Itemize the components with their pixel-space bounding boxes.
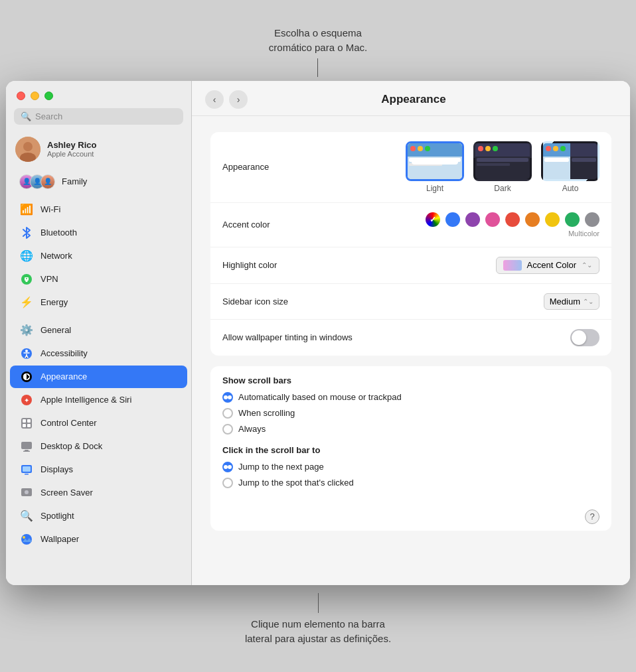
sidebar-item-label-displays: Displays [40, 464, 73, 474]
sidebar-item-displays[interactable]: Displays [10, 458, 187, 481]
svg-point-27 [21, 534, 32, 545]
svg-point-48 [546, 146, 551, 151]
zoom-button[interactable] [44, 92, 53, 100]
sidebar-item-energy[interactable]: ⚡ Energy [10, 291, 187, 314]
wallpaper-tinting-value [368, 329, 599, 346]
accent-color-label: Accent color [222, 220, 368, 230]
scroll-always-option[interactable]: Always [222, 424, 599, 435]
help-button[interactable]: ? [585, 509, 599, 524]
sidebar-item-wallpaper[interactable]: Wallpaper [10, 528, 187, 551]
scroll-auto-option[interactable]: Automatically based on mouse or trackpad [222, 392, 599, 403]
sidebar-item-siri[interactable]: ✦ Apple Intelligence & Siri [10, 389, 187, 411]
sidebar-item-accessibility[interactable]: Accessibility [10, 342, 187, 365]
svg-point-41 [485, 146, 491, 151]
click-next-page-radio[interactable] [222, 462, 233, 472]
scroll-scrolling-radio[interactable] [222, 408, 233, 419]
accent-red[interactable] [505, 212, 520, 227]
mode-card-light[interactable]: Light [406, 141, 464, 193]
sidebar-section-system: ⚙️ General Accessibility [6, 318, 191, 551]
sidebar-icon-size-button[interactable]: Medium ⌃⌄ [544, 293, 599, 310]
displays-icon [19, 462, 34, 477]
click-spot-radio[interactable] [222, 478, 233, 488]
highlight-color-value[interactable]: Accent Color ⌃⌄ [368, 257, 599, 274]
family-avatar-3: 👤 [40, 174, 55, 189]
sidebar-icon-size-label: Sidebar icon size [222, 297, 368, 306]
sidebar: 🔍 Ashley Rico Apple Account 👤 👤 [6, 81, 192, 585]
search-input[interactable] [35, 111, 177, 121]
svg-rect-15 [23, 419, 26, 423]
forward-button[interactable]: › [229, 90, 248, 109]
click-spot-option[interactable]: Jump to the spot that's clicked [222, 478, 599, 488]
svg-rect-24 [25, 474, 29, 475]
accent-graphite[interactable] [585, 212, 599, 227]
mode-label-dark: Dark [494, 184, 511, 193]
sidebar-item-label-general: General [40, 325, 71, 335]
svg-rect-18 [27, 424, 31, 427]
svg-rect-45 [570, 143, 597, 157]
svg-point-26 [25, 490, 29, 494]
click-next-page-option[interactable]: Jump to the next page [222, 462, 599, 472]
appearance-section: Appearance [210, 132, 611, 356]
svg-rect-31 [409, 158, 461, 162]
sidebar-item-label-screensaver: Screen Saver [40, 488, 93, 498]
sidebar-item-desktop[interactable]: Desktop & Dock [10, 435, 187, 458]
avatar [15, 137, 40, 162]
controlcenter-icon [19, 416, 34, 431]
mode-card-auto[interactable]: Auto [541, 141, 599, 193]
network-icon: 🌐 [19, 249, 34, 263]
user-profile[interactable]: Ashley Rico Apple Account [6, 131, 191, 167]
appearance-value: Light [368, 141, 599, 193]
mode-label-light: Light [426, 184, 443, 193]
scroll-click-title: Click in the scroll bar to [222, 445, 599, 455]
user-subtitle: Apple Account [47, 150, 96, 158]
sidebar-item-vpn[interactable]: VPN [10, 268, 187, 291]
callout-bottom: Clique num elemento na barra lateral par… [245, 593, 391, 647]
accent-pink[interactable] [485, 212, 500, 227]
sidebar-item-label-appearance: Appearance [40, 371, 87, 381]
scroll-auto-radio[interactable] [222, 392, 233, 403]
spotlight-icon: 🔍 [19, 509, 34, 523]
sidebar-icon-size-value: Medium ⌃⌄ [368, 293, 599, 310]
svg-point-8 [25, 350, 28, 352]
sidebar-item-label-siri: Apple Intelligence & Siri [40, 395, 131, 405]
back-button[interactable]: ‹ [205, 90, 224, 109]
scroll-scrolling-option[interactable]: When scrolling [222, 408, 599, 419]
sidebar-item-controlcenter[interactable]: Control Center [10, 412, 187, 435]
sidebar-item-bluetooth[interactable]: Bluetooth [10, 222, 187, 244]
siri-icon: ✦ [19, 393, 34, 407]
accent-orange[interactable] [525, 212, 540, 227]
svg-point-50 [560, 146, 566, 151]
accent-yellow[interactable] [545, 212, 560, 227]
sidebar-item-wifi[interactable]: 📶 Wi-Fi [10, 198, 187, 221]
mode-preview-light [406, 141, 464, 181]
highlight-color-button[interactable]: Accent Color ⌃⌄ [496, 257, 599, 274]
sidebar-item-family[interactable]: 👤 👤 👤 Family [10, 170, 187, 193]
sidebar-item-spotlight[interactable]: 🔍 Spotlight [10, 505, 187, 527]
sidebar-item-general[interactable]: ⚙️ General [10, 319, 187, 342]
sidebar-item-screensaver[interactable]: Screen Saver [10, 482, 187, 504]
svg-point-28 [23, 536, 25, 539]
wallpaper-tinting-toggle[interactable] [570, 329, 599, 346]
sidebar-item-label-controlcenter: Control Center [40, 418, 97, 428]
appearance-icon [19, 370, 34, 384]
accent-green[interactable] [565, 212, 580, 227]
svg-rect-5 [26, 280, 28, 282]
accent-multicolor[interactable] [426, 212, 440, 227]
callout-top-line1: Escolha o esquema [274, 27, 362, 38]
accent-purple[interactable] [465, 212, 480, 227]
sidebar-item-label-wallpaper: Wallpaper [40, 534, 79, 544]
wallpaper-tinting-label: Allow wallpaper tinting in windows [222, 332, 368, 342]
minimize-button[interactable] [31, 92, 39, 100]
svg-point-34 [418, 146, 423, 151]
scroll-auto-label: Automatically based on mouse or trackpad [238, 392, 402, 402]
user-info: Ashley Rico Apple Account [47, 140, 96, 158]
sidebar-item-network[interactable]: 🌐 Network [10, 245, 187, 267]
scroll-bars-title: Show scroll bars [222, 375, 599, 385]
scroll-always-radio[interactable] [222, 424, 233, 435]
search-bar[interactable]: 🔍 [14, 108, 183, 125]
mode-card-dark[interactable]: Dark [473, 141, 532, 193]
accent-blue[interactable] [445, 212, 460, 227]
close-button[interactable] [17, 92, 25, 100]
scroll-scrolling-label: When scrolling [238, 408, 295, 418]
sidebar-item-appearance[interactable]: Appearance [10, 366, 187, 388]
